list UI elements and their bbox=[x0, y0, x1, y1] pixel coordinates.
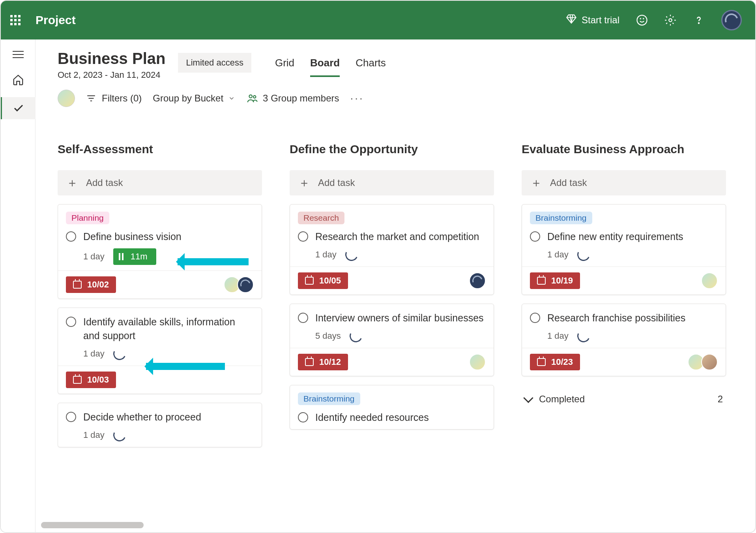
assignees[interactable] bbox=[704, 272, 718, 289]
gear-icon[interactable] bbox=[664, 14, 676, 26]
task-title: Identify needed resources bbox=[315, 411, 429, 424]
timer-badge[interactable]: 11m bbox=[113, 248, 156, 265]
home-icon bbox=[12, 74, 24, 86]
calendar-icon bbox=[73, 281, 82, 289]
filters-button[interactable]: Filters (0) bbox=[86, 93, 142, 104]
complete-toggle[interactable] bbox=[530, 231, 540, 242]
task-title: Interview owners of similar businesses bbox=[315, 311, 484, 325]
tab-board[interactable]: Board bbox=[310, 57, 340, 77]
task-title: Define business vision bbox=[83, 230, 182, 244]
assignees[interactable] bbox=[472, 272, 486, 289]
date-badge[interactable]: 10/03 bbox=[66, 372, 116, 388]
date-badge[interactable]: 10/23 bbox=[530, 354, 580, 370]
progress-icon[interactable] bbox=[348, 328, 364, 344]
horizontal-scrollbar[interactable] bbox=[41, 522, 144, 528]
annotation-arrow bbox=[178, 258, 249, 265]
assignees[interactable] bbox=[691, 354, 718, 370]
progress-icon[interactable] bbox=[111, 427, 127, 443]
start-trial-button[interactable]: Start trial bbox=[566, 13, 619, 27]
column-title[interactable]: Self-Assessment bbox=[58, 143, 262, 156]
help-icon[interactable] bbox=[693, 14, 705, 26]
add-task-button[interactable]: ＋ Add task bbox=[522, 170, 726, 195]
annotation-arrow bbox=[146, 363, 225, 370]
date-badge[interactable]: 10/02 bbox=[66, 276, 116, 293]
complete-toggle[interactable] bbox=[298, 412, 308, 422]
task-title: Identify available skills, information a… bbox=[83, 315, 254, 343]
menu-toggle[interactable] bbox=[10, 47, 26, 62]
left-rail bbox=[1, 39, 36, 532]
task-duration: 1 day bbox=[83, 349, 105, 359]
assignee-avatar[interactable] bbox=[469, 354, 486, 370]
progress-icon[interactable] bbox=[575, 246, 591, 263]
date-badge[interactable]: 10/19 bbox=[530, 272, 580, 289]
svg-point-1 bbox=[640, 19, 641, 19]
assignee-avatar[interactable] bbox=[469, 272, 486, 289]
progress-icon[interactable] bbox=[343, 246, 359, 263]
complete-toggle[interactable] bbox=[66, 231, 76, 242]
project-avatar[interactable] bbox=[58, 90, 75, 107]
user-avatar[interactable] bbox=[721, 10, 742, 30]
add-task-button[interactable]: ＋ Add task bbox=[58, 170, 262, 195]
tab-grid[interactable]: Grid bbox=[275, 57, 294, 77]
progress-icon[interactable] bbox=[575, 328, 591, 344]
assignees[interactable] bbox=[472, 354, 486, 370]
app-launcher-icon[interactable] bbox=[10, 15, 21, 25]
group-members-button[interactable]: 3 Group members bbox=[246, 92, 339, 104]
task-card[interactable]: Research Research the market and competi… bbox=[290, 204, 494, 295]
top-header: Project Start trial bbox=[1, 1, 755, 39]
column-define-opportunity: Define the Opportunity ＋ Add task Resear… bbox=[290, 143, 494, 447]
calendar-icon bbox=[73, 376, 82, 384]
date-badge[interactable]: 10/12 bbox=[298, 354, 348, 370]
column-self-assessment: Self-Assessment ＋ Add task Planning Defi… bbox=[58, 143, 262, 447]
more-menu[interactable]: ··· bbox=[350, 92, 364, 105]
complete-toggle[interactable] bbox=[298, 313, 308, 323]
plus-icon: ＋ bbox=[66, 175, 78, 191]
chevron-down-icon bbox=[228, 95, 235, 102]
group-by-button[interactable]: Group by Bucket bbox=[153, 93, 235, 104]
task-card[interactable]: Brainstorming Identify needed resources bbox=[290, 385, 494, 430]
tasks-nav[interactable] bbox=[1, 97, 36, 119]
task-card[interactable]: Research franchise possibilities 1 day 1… bbox=[522, 304, 726, 376]
add-task-button[interactable]: ＋ Add task bbox=[290, 170, 494, 195]
app-title[interactable]: Project bbox=[36, 13, 566, 27]
date-badge[interactable]: 10/05 bbox=[298, 272, 348, 289]
task-card[interactable]: Brainstorming Define new entity requirem… bbox=[522, 204, 726, 295]
tab-charts[interactable]: Charts bbox=[356, 57, 386, 77]
complete-toggle[interactable] bbox=[66, 412, 76, 422]
column-title[interactable]: Define the Opportunity bbox=[290, 143, 494, 156]
complete-toggle[interactable] bbox=[66, 317, 76, 327]
tag-planning[interactable]: Planning bbox=[66, 212, 109, 224]
assignees[interactable] bbox=[227, 276, 254, 293]
assignee-avatar[interactable] bbox=[237, 276, 254, 293]
progress-icon[interactable] bbox=[111, 345, 127, 362]
people-icon bbox=[246, 92, 258, 104]
tag-brainstorming[interactable]: Brainstorming bbox=[530, 212, 592, 224]
task-card[interactable]: Planning Define business vision 1 day 11… bbox=[58, 204, 262, 299]
tag-research[interactable]: Research bbox=[298, 212, 344, 224]
smile-icon[interactable] bbox=[636, 14, 648, 26]
assignee-avatar[interactable] bbox=[701, 272, 718, 289]
task-title: Research franchise possibilities bbox=[547, 311, 685, 325]
task-duration: 1 day bbox=[547, 331, 569, 341]
svg-point-2 bbox=[643, 19, 644, 19]
task-card[interactable]: Identify available skills, information a… bbox=[58, 308, 262, 394]
project-title[interactable]: Business Plan bbox=[58, 50, 165, 68]
task-duration: 1 day bbox=[547, 250, 569, 260]
plus-icon: ＋ bbox=[298, 175, 310, 191]
board: Self-Assessment ＋ Add task Planning Defi… bbox=[58, 143, 755, 455]
task-card[interactable]: Decide whether to proceed 1 day bbox=[58, 403, 262, 447]
svg-point-6 bbox=[253, 96, 256, 98]
hamburger-icon bbox=[13, 51, 24, 58]
home-nav[interactable] bbox=[10, 72, 26, 88]
task-duration: 5 days bbox=[315, 331, 341, 341]
complete-toggle[interactable] bbox=[530, 313, 540, 323]
task-card[interactable]: Interview owners of similar businesses 5… bbox=[290, 304, 494, 376]
assignee-avatar[interactable] bbox=[701, 354, 718, 370]
access-badge[interactable]: Limited access bbox=[178, 53, 251, 73]
completed-section[interactable]: Completed 2 bbox=[522, 388, 726, 410]
board-toolbar: Filters (0) Group by Bucket 3 Group memb… bbox=[58, 90, 755, 107]
complete-toggle[interactable] bbox=[298, 231, 308, 242]
tag-brainstorming[interactable]: Brainstorming bbox=[298, 392, 360, 405]
task-title: Decide whether to proceed bbox=[83, 410, 201, 424]
column-title[interactable]: Evaluate Business Approach bbox=[522, 143, 726, 156]
